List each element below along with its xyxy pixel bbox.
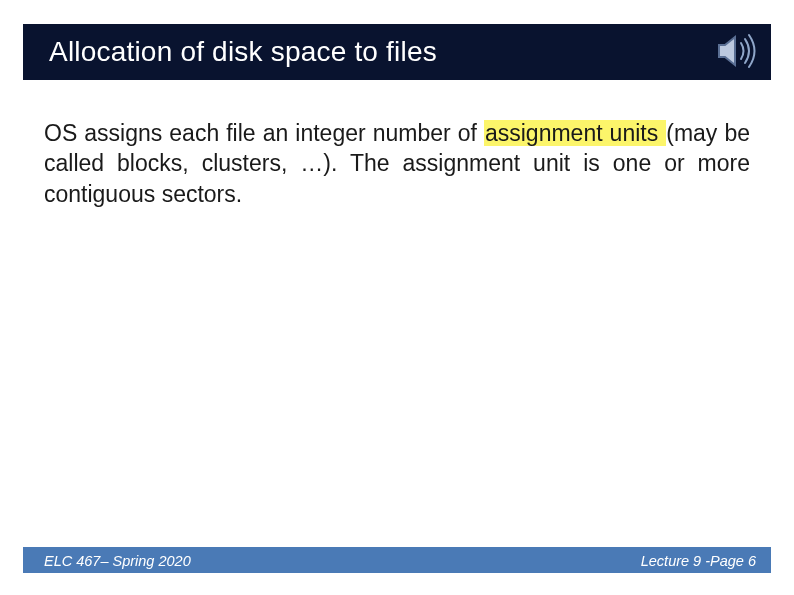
footer-left: ELC 467– Spring 2020 xyxy=(44,553,191,569)
slide: Allocation of disk space to files OS ass… xyxy=(0,0,794,595)
title-bar: Allocation of disk space to files xyxy=(23,24,771,80)
slide-title: Allocation of disk space to files xyxy=(49,36,437,68)
body-highlight: assignment units xyxy=(484,120,666,146)
footer-right: Lecture 9 -Page 6 xyxy=(641,553,756,569)
body-paragraph: OS assigns each file an integer number o… xyxy=(44,118,750,209)
body-pre: OS assigns each file an integer number o… xyxy=(44,120,484,146)
